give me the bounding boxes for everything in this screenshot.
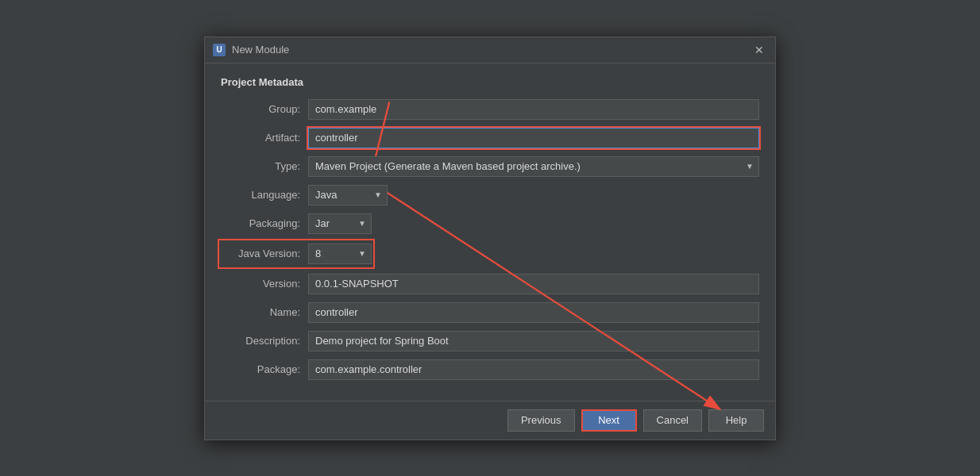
type-select-wrapper: Maven Project (Generate a Maven based pr… (308, 156, 759, 177)
group-input[interactable] (308, 99, 759, 120)
version-row: Version: (221, 274, 759, 294)
package-input[interactable] (308, 359, 759, 380)
language-select[interactable]: Java Kotlin Groovy (309, 186, 387, 205)
section-title: Project Metadata (221, 76, 759, 88)
cancel-button[interactable]: Cancel (643, 409, 702, 432)
java-version-label: Java Version: (221, 248, 300, 259)
java-version-row: Java Version: 8 11 17 21 ▼ (221, 242, 372, 266)
version-input[interactable] (308, 274, 759, 294)
next-button[interactable]: Next (581, 409, 637, 432)
type-label: Type: (221, 160, 300, 172)
window-title: New Module (232, 44, 745, 56)
help-button[interactable]: Help (708, 409, 764, 432)
artifact-label: Artifact: (221, 132, 300, 144)
description-label: Description: (221, 335, 300, 347)
description-row: Description: (221, 331, 759, 351)
language-row: Language: Java Kotlin Groovy ▼ (221, 185, 759, 205)
language-select-wrapper: Java Kotlin Groovy ▼ (308, 185, 388, 205)
dialog-footer: Previous Next Cancel Help (205, 401, 775, 440)
app-icon: U (213, 44, 226, 56)
packaging-row: Packaging: Jar War ▼ (221, 213, 759, 234)
java-version-select-wrapper: 8 11 17 21 ▼ (308, 244, 372, 264)
package-label: Package: (221, 363, 300, 375)
name-input[interactable] (308, 302, 759, 323)
group-label: Group: (221, 103, 300, 115)
language-label: Language: (221, 189, 300, 201)
packaging-label: Packaging: (221, 217, 300, 229)
packaging-select-wrapper: Jar War ▼ (308, 213, 372, 234)
previous-button[interactable]: Previous (507, 409, 575, 432)
type-row: Type: Maven Project (Generate a Maven ba… (221, 156, 759, 177)
packaging-select[interactable]: Jar War (309, 214, 371, 233)
artifact-input[interactable] (308, 128, 759, 148)
package-row: Package: (221, 359, 759, 380)
description-input[interactable] (308, 331, 759, 351)
java-version-select[interactable]: 8 11 17 21 (309, 244, 371, 263)
close-button[interactable]: ✕ (751, 42, 767, 58)
name-row: Name: (221, 302, 759, 323)
title-bar: U New Module ✕ (205, 37, 775, 63)
version-label: Version: (221, 278, 300, 290)
new-module-dialog: U New Module ✕ Project Metadata Group: A… (204, 36, 776, 440)
dialog-body: Project Metadata Group: Artifact: Type: … (205, 63, 775, 401)
name-label: Name: (221, 306, 300, 318)
artifact-row: Artifact: (221, 128, 759, 148)
group-row: Group: (221, 99, 759, 120)
type-select[interactable]: Maven Project (Generate a Maven based pr… (309, 157, 758, 176)
